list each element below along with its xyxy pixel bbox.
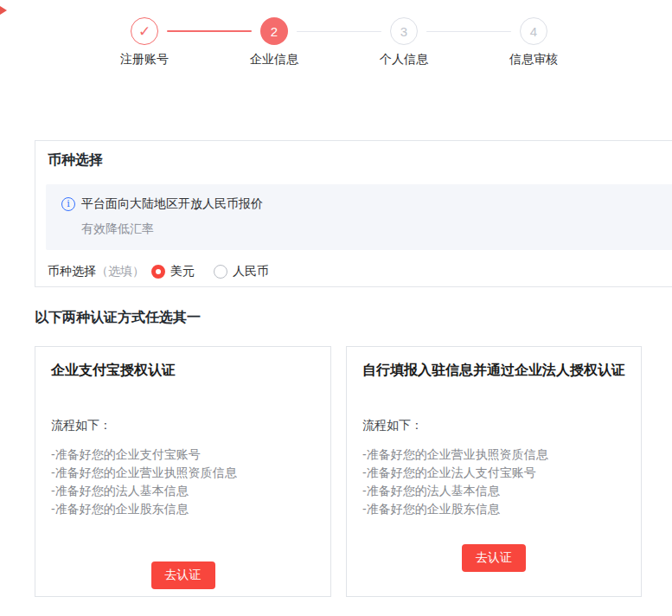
step-personal-info: 3 个人信息 [339, 17, 469, 67]
go-auth-button-manual[interactable]: 去认证 [462, 544, 526, 572]
step-company-info: 2 企业信息 [209, 17, 339, 67]
auth-card-title: 自行填报入驻信息并通过企业法人授权认证 [362, 361, 625, 380]
currency-field-row: 币种选择 （选填） 美元 人民币 [48, 264, 269, 279]
process-step: -准备好您的企业股东信息 [362, 500, 625, 518]
notice-line-1: 平台面向大陆地区开放人民币报价 [81, 196, 263, 212]
process-step: -准备好您的法人基本信息 [51, 482, 315, 500]
process-step: -准备好您的企业营业执照资质信息 [362, 446, 625, 464]
auth-card-title: 企业支付宝授权认证 [51, 361, 315, 380]
stepper-connector-done [167, 30, 252, 32]
process-label: 流程如下： [51, 418, 315, 433]
process-step: -准备好您的企业股东信息 [51, 500, 315, 518]
currency-section: 币种选择 i 平台面向大陆地区开放人民币报价 有效降低汇率 币种选择 （选填） … [35, 140, 672, 287]
currency-field-label: 币种选择 [48, 264, 96, 279]
step-number: 2 [260, 17, 288, 45]
radio-usd[interactable] [151, 265, 165, 279]
currency-section-title: 币种选择 [48, 151, 103, 170]
process-label: 流程如下： [362, 418, 625, 433]
step-info-review: 4 信息审核 [469, 17, 598, 67]
currency-field-optional: （选填） [96, 264, 144, 279]
step-number: 4 [520, 17, 547, 45]
process-list: -准备好您的企业支付宝账号 -准备好您的企业营业执照资质信息 -准备好您的法人基… [51, 446, 315, 518]
auth-section-heading: 以下两种认证方式任选其一 [35, 309, 201, 327]
auth-card-manual: 自行填报入驻信息并通过企业法人授权认证 流程如下： -准备好您的企业营业执照资质… [346, 346, 642, 597]
step-label: 信息审核 [509, 52, 558, 67]
step-number: 3 [390, 17, 418, 45]
stepper-connector-pending [297, 31, 381, 32]
currency-notice-banner: i 平台面向大陆地区开放人民币报价 有效降低汇率 [46, 184, 672, 250]
step-label: 个人信息 [380, 52, 428, 67]
step-register-account: ✓ 注册账号 [80, 17, 209, 67]
radio-usd-label[interactable]: 美元 [170, 264, 195, 279]
check-icon: ✓ [131, 17, 158, 45]
process-step: -准备好您的企业支付宝账号 [51, 446, 315, 464]
process-list: -准备好您的企业营业执照资质信息 -准备好您的企业法人支付宝账号 -准备好您的法… [362, 446, 625, 518]
step-label: 企业信息 [250, 52, 298, 67]
corner-marker-icon [0, 6, 7, 15]
notice-line-2: 有效降低汇率 [81, 221, 664, 237]
radio-cny[interactable] [214, 265, 227, 279]
process-step: -准备好您的法人基本信息 [362, 482, 625, 500]
info-icon: i [61, 197, 75, 211]
auth-card-alipay: 企业支付宝授权认证 流程如下： -准备好您的企业支付宝账号 -准备好您的企业营业… [35, 346, 331, 597]
stepper-connector-pending [426, 31, 511, 32]
radio-cny-label[interactable]: 人民币 [233, 264, 269, 279]
process-step: -准备好您的企业营业执照资质信息 [51, 464, 315, 482]
go-auth-button-alipay[interactable]: 去认证 [151, 561, 215, 589]
step-label: 注册账号 [120, 52, 169, 67]
registration-stepper: ✓ 注册账号 2 企业信息 3 个人信息 4 信息审核 [80, 17, 598, 62]
process-step: -准备好您的企业法人支付宝账号 [362, 464, 625, 482]
